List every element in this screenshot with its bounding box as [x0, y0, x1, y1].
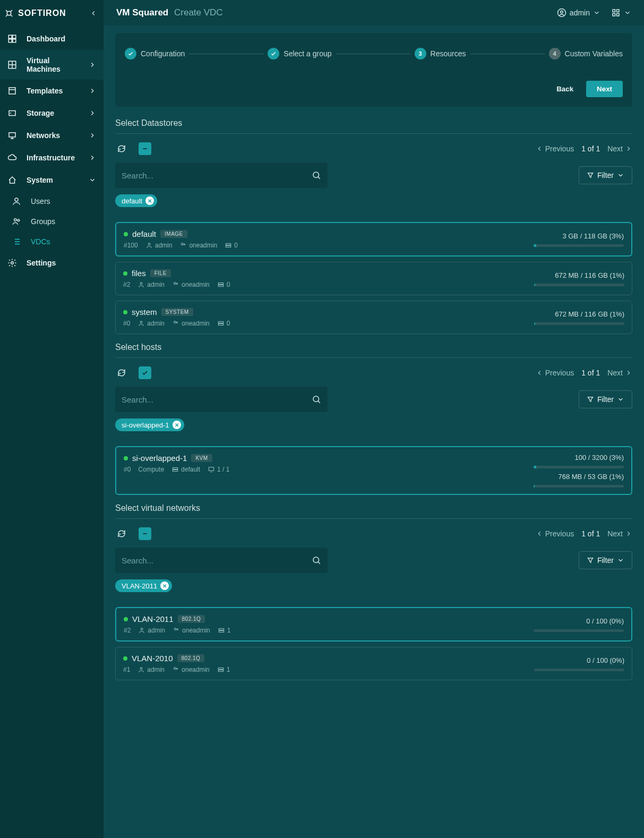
- svg-rect-43: [219, 629, 224, 630]
- next-page-button[interactable]: Next: [607, 144, 632, 153]
- nav-settings[interactable]: Settings: [0, 252, 104, 274]
- usage-text: 0 / 100 (0%): [587, 656, 624, 664]
- svg-point-42: [177, 629, 178, 630]
- nav-system[interactable]: System: [0, 169, 104, 191]
- page-indicator: 1 of 1: [581, 369, 600, 377]
- filter-button[interactable]: Filter: [579, 166, 632, 184]
- subnav-vdcs[interactable]: VDCs: [0, 232, 104, 252]
- refresh-button[interactable]: [115, 366, 128, 379]
- svg-point-30: [141, 321, 143, 323]
- datastore-row[interactable]: files FILE #2 admin oneadmin 0 672 MB / …: [115, 262, 632, 295]
- nav-infrastructure[interactable]: Infrastructure: [0, 147, 104, 169]
- search-input-hosts[interactable]: [115, 387, 328, 412]
- nav-storage[interactable]: Storage: [0, 102, 104, 124]
- row-owner: admin: [147, 281, 165, 288]
- next-button[interactable]: Next: [586, 81, 623, 97]
- host-row[interactable]: si-overlapped-1 KVM #0 Compute default 1…: [115, 446, 632, 495]
- row-name: VLAN-2011: [132, 614, 174, 623]
- next-page-button[interactable]: Next: [607, 529, 632, 538]
- collapse-sidebar-icon[interactable]: [90, 10, 97, 17]
- gear-icon: [7, 258, 17, 268]
- search-input-vnets[interactable]: [115, 548, 328, 573]
- search-input-datastores[interactable]: [115, 163, 328, 188]
- row-group: oneadmin: [182, 666, 210, 673]
- svg-point-45: [141, 668, 143, 670]
- type-badge: IMAGE: [160, 230, 187, 238]
- step-configuration[interactable]: Configuration: [125, 48, 185, 59]
- user-name: admin: [570, 8, 590, 17]
- next-page-button[interactable]: Next: [607, 369, 632, 377]
- filter-button[interactable]: Filter: [579, 551, 632, 569]
- vnet-row[interactable]: VLAN-2011 802.1Q #2 admin oneadmin 1 0 /…: [115, 607, 632, 642]
- subnav-users[interactable]: Users: [0, 191, 104, 211]
- search-icon[interactable]: [312, 170, 321, 180]
- refresh-button[interactable]: [115, 527, 128, 540]
- status-dot-icon: [124, 232, 128, 236]
- nav-dashboard[interactable]: Dashboard: [0, 28, 104, 50]
- apps-menu[interactable]: [611, 8, 631, 18]
- type-badge: KVM: [191, 454, 212, 462]
- step-custom-variables[interactable]: 4 Custom Variables: [549, 48, 623, 59]
- previous-page-button[interactable]: Previous: [536, 529, 574, 538]
- step-number: 4: [549, 48, 561, 59]
- row-vm: 0: [227, 320, 230, 327]
- breadcrumb: VM Squared Create VDC: [116, 7, 223, 18]
- chip-remove-icon[interactable]: ✕: [160, 582, 169, 590]
- search-field[interactable]: [122, 395, 312, 404]
- chip-remove-icon[interactable]: ✕: [173, 421, 181, 429]
- search-icon[interactable]: [312, 395, 321, 404]
- usage-bar: [534, 485, 624, 488]
- refresh-button[interactable]: [115, 142, 128, 155]
- usage-bar: [534, 322, 624, 325]
- nav-networks[interactable]: Networks: [0, 124, 104, 147]
- previous-page-button[interactable]: Previous: [536, 369, 574, 377]
- previous-page-button[interactable]: Previous: [536, 144, 574, 153]
- svg-rect-36: [173, 468, 177, 469]
- row-group: oneadmin: [182, 281, 210, 288]
- svg-point-25: [141, 283, 143, 285]
- hosts-chips: si-overlapped-1 ✕: [115, 418, 632, 431]
- select-all-indeterminate[interactable]: [139, 527, 151, 540]
- user-icon: [138, 666, 145, 673]
- nav-templates[interactable]: Templates: [0, 80, 104, 102]
- chip-vnet[interactable]: VLAN-2011 ✕: [115, 579, 172, 592]
- user-menu[interactable]: admin: [557, 8, 600, 18]
- step-connector: [189, 54, 263, 54]
- svg-rect-2: [13, 35, 16, 38]
- back-button[interactable]: Back: [549, 81, 581, 97]
- select-all-indeterminate[interactable]: [139, 142, 151, 155]
- datastores-toolbar: Previous 1 of 1 Next: [115, 139, 632, 163]
- step-label: Configuration: [141, 49, 185, 58]
- datastore-row[interactable]: default IMAGE #100 admin oneadmin 0 3 GB…: [115, 222, 632, 256]
- grid-icon: [7, 60, 17, 70]
- nav-label: Settings: [27, 259, 56, 267]
- usage-bar: [534, 284, 624, 286]
- datastore-row[interactable]: system SYSTEM #0 admin oneadmin 0 672 MB…: [115, 301, 632, 334]
- top-bar: VM Squared Create VDC admin: [104, 0, 644, 25]
- nav-label: Templates: [27, 87, 63, 95]
- row-vm: 1: [227, 627, 231, 634]
- row-id: #0: [124, 466, 131, 473]
- server-icon: [218, 627, 225, 634]
- templates-icon: [7, 86, 17, 96]
- chevron-right-icon: [625, 145, 632, 152]
- chip-default[interactable]: default ✕: [115, 194, 157, 207]
- chevron-left-icon: [536, 145, 543, 152]
- row-group: oneadmin: [182, 320, 210, 327]
- chip-host[interactable]: si-overlapped-1 ✕: [115, 418, 184, 431]
- nav-virtual-machines[interactable]: Virtual Machines: [0, 50, 104, 80]
- user-icon: [138, 281, 145, 288]
- row-vm: 0: [234, 242, 238, 249]
- search-icon[interactable]: [312, 555, 321, 565]
- search-field[interactable]: [122, 556, 312, 565]
- step-select-group[interactable]: Select a group: [268, 48, 331, 59]
- chip-remove-icon[interactable]: ✕: [145, 196, 154, 205]
- filter-label: Filter: [597, 556, 614, 565]
- vnet-row[interactable]: VLAN-2010 802.1Q #1 admin oneadmin 1 0 /…: [115, 647, 632, 680]
- users-icon: [179, 242, 187, 249]
- filter-button[interactable]: Filter: [579, 390, 632, 408]
- search-field[interactable]: [122, 171, 312, 180]
- subnav-groups[interactable]: Groups: [0, 211, 104, 232]
- select-all-checked[interactable]: [139, 366, 151, 379]
- step-resources[interactable]: 3 Resources: [415, 48, 466, 59]
